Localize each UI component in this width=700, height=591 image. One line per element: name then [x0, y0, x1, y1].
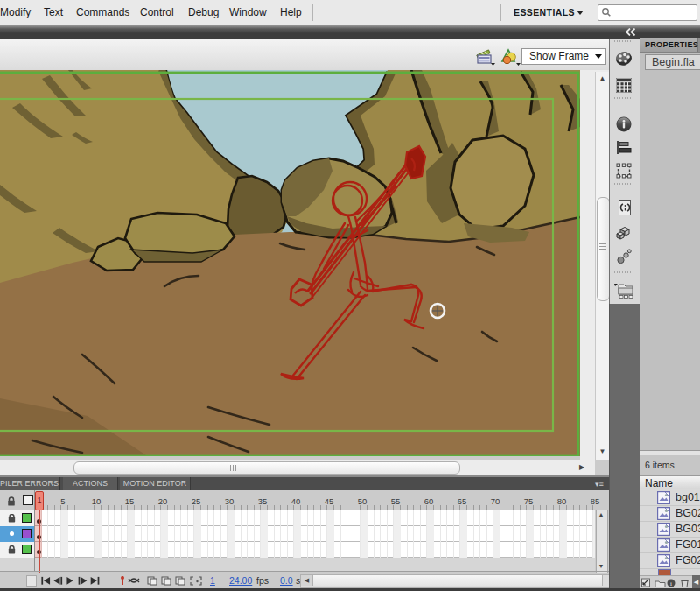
- svg-text:i: i: [670, 580, 672, 587]
